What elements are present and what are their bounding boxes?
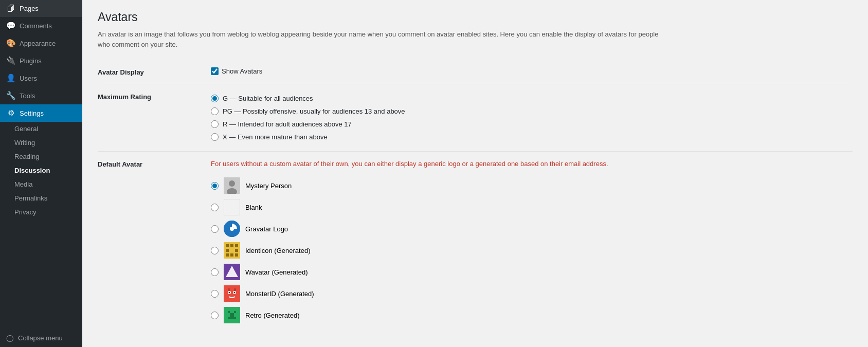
sidebar-label-settings: Settings (20, 109, 44, 117)
default-avatar-row: Default Avatar For users without a custo… (98, 151, 853, 334)
svg-rect-21 (228, 288, 230, 291)
submenu-item-permalinks[interactable]: Permalinks (0, 191, 82, 205)
avatar-blank-option[interactable]: Blank (211, 196, 853, 218)
avatar-gravatar-radio[interactable] (211, 225, 219, 233)
pages-icon: 🗍 (6, 4, 15, 13)
mystery-avatar-img (224, 177, 240, 194)
svg-rect-9 (226, 249, 229, 252)
submenu-item-discussion[interactable]: Discussion (0, 163, 82, 177)
blank-avatar-img (224, 199, 240, 215)
svg-rect-25 (234, 311, 236, 313)
avatar-wavatar-radio[interactable] (211, 268, 219, 276)
plugins-icon: 🔌 (6, 56, 15, 65)
svg-rect-8 (230, 244, 233, 247)
submenu-item-privacy[interactable]: Privacy (0, 205, 82, 219)
wavatar-avatar-img (224, 264, 240, 280)
avatar-monsterid-radio[interactable] (211, 290, 219, 298)
svg-rect-26 (230, 313, 234, 315)
sidebar-label-plugins: Plugins (20, 57, 42, 65)
svg-rect-13 (230, 253, 233, 257)
identicon-avatar-img (224, 242, 240, 259)
users-icon: 👤 (6, 74, 15, 83)
avatar-identicon-text: Identicon (Generated) (245, 247, 310, 254)
sidebar-item-comments[interactable]: 💬 Comments (0, 17, 82, 34)
rating-r-radio[interactable] (211, 120, 219, 128)
sidebar-item-appearance[interactable]: 🎨 Appearance (0, 34, 82, 52)
svg-rect-28 (234, 317, 236, 319)
svg-rect-16 (224, 285, 240, 302)
appearance-icon: 🎨 (6, 39, 15, 48)
maximum-rating-row: Maximum Rating G — Suitable for all audi… (98, 84, 853, 151)
retro-avatar-img (224, 307, 240, 323)
submenu-item-reading[interactable]: Reading (0, 150, 82, 163)
svg-rect-30 (232, 315, 234, 319)
avatar-monsterid-option[interactable]: MonsterID (Generated) (211, 283, 853, 304)
maximum-rating-label: Maximum Rating (98, 92, 211, 101)
page-title: Avatars (98, 10, 853, 24)
settings-icon: ⚙ (6, 108, 15, 118)
default-avatar-control: For users without a custom avatar of the… (211, 159, 853, 326)
sidebar-item-settings[interactable]: ⚙ Settings (0, 104, 82, 122)
sidebar-item-plugins[interactable]: 🔌 Plugins (0, 52, 82, 69)
sidebar: 🗍 Pages 💬 Comments 🎨 Appearance 🔌 Plugin… (0, 0, 82, 347)
svg-rect-6 (226, 244, 229, 247)
avatar-gravatar-text: Gravatar Logo (245, 225, 288, 233)
avatar-display-row: Avatar Display Show Avatars (98, 60, 853, 84)
avatar-identicon-radio[interactable] (211, 247, 219, 254)
avatar-blank-text: Blank (245, 204, 262, 211)
sidebar-item-tools[interactable]: 🔧 Tools (0, 87, 82, 104)
sidebar-label-comments: Comments (20, 22, 52, 30)
main-content: Avatars An avatar is an image that follo… (82, 0, 868, 347)
avatar-wavatar-option[interactable]: Wavatar (Generated) (211, 261, 853, 283)
show-avatars-text: Show Avatars (222, 67, 262, 75)
sidebar-item-pages[interactable]: 🗍 Pages (0, 0, 82, 17)
rating-r-text: R — Intended for adult audiences above 1… (223, 120, 352, 128)
rating-r-option[interactable]: R — Intended for adult audiences above 1… (211, 118, 853, 131)
sidebar-label-tools: Tools (20, 92, 35, 100)
svg-point-1 (229, 180, 235, 187)
collapse-label: Collapse menu (18, 334, 63, 342)
collapse-icon: ◯ (6, 334, 14, 342)
page-description: An avatar is an image that follows you f… (98, 29, 663, 49)
sidebar-item-users[interactable]: 👤 Users (0, 69, 82, 87)
avatar-retro-option[interactable]: Retro (Generated) (211, 304, 853, 326)
rating-pg-radio[interactable] (211, 107, 219, 115)
rating-pg-option[interactable]: PG — Possibly offensive, usually for aud… (211, 105, 853, 118)
avatar-identicon-option[interactable]: Identicon (Generated) (211, 240, 853, 261)
rating-x-option[interactable]: X — Even more mature than above (211, 131, 853, 143)
submenu-item-media[interactable]: Media (0, 177, 82, 191)
sidebar-label-users: Users (20, 75, 37, 82)
avatar-display-control: Show Avatars (211, 67, 853, 75)
rating-x-radio[interactable] (211, 133, 219, 141)
svg-point-20 (234, 292, 236, 294)
avatar-wavatar-text: Wavatar (Generated) (245, 268, 308, 276)
avatar-mystery-radio[interactable] (211, 182, 219, 190)
avatar-gravatar-option[interactable]: Gravatar Logo (211, 218, 853, 240)
avatar-display-label: Avatar Display (98, 67, 211, 76)
avatar-retro-radio[interactable] (211, 312, 219, 319)
monsterid-avatar-img (224, 285, 240, 302)
show-avatars-checkbox[interactable] (211, 67, 219, 75)
maximum-rating-control: G — Suitable for all audiences PG — Poss… (211, 92, 853, 143)
sidebar-label-pages: Pages (20, 5, 39, 12)
rating-g-text: G — Suitable for all audiences (223, 95, 313, 102)
collapse-menu-button[interactable]: ◯ Collapse menu (0, 329, 82, 347)
submenu-item-general[interactable]: General (0, 122, 82, 136)
avatar-blank-radio[interactable] (211, 204, 219, 211)
svg-rect-10 (235, 249, 238, 252)
rating-pg-text: PG — Possibly offensive, usually for aud… (223, 107, 405, 115)
tools-icon: 🔧 (6, 91, 15, 100)
rating-g-option[interactable]: G — Suitable for all audiences (211, 92, 853, 105)
show-avatars-label[interactable]: Show Avatars (211, 67, 853, 75)
avatar-mystery-option[interactable]: Mystery Person (211, 175, 853, 196)
svg-rect-29 (230, 315, 232, 319)
svg-rect-7 (235, 244, 238, 247)
rating-g-radio[interactable] (211, 95, 219, 102)
rating-x-text: X — Even more mature than above (223, 133, 328, 141)
submenu-item-writing[interactable]: Writing (0, 136, 82, 150)
svg-rect-12 (235, 253, 238, 257)
gravatar-avatar-img (224, 221, 240, 237)
avatar-retro-text: Retro (Generated) (245, 312, 300, 319)
comments-icon: 💬 (6, 21, 15, 30)
sidebar-label-appearance: Appearance (20, 40, 56, 47)
